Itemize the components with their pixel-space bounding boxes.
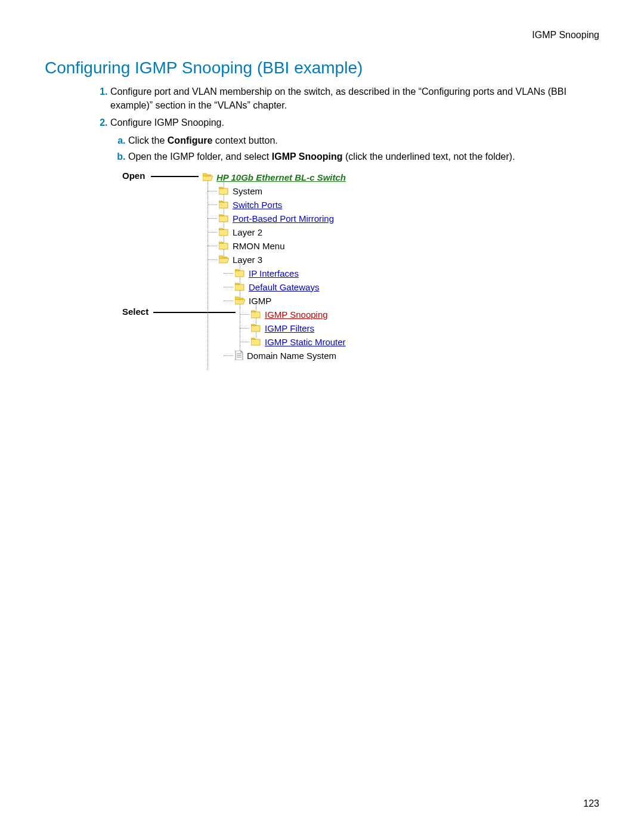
folder-icon [219, 200, 229, 209]
folder-icon [251, 337, 261, 346]
tree-diagram: Open Select HP 10Gb Ethernet BL-c Switch… [122, 171, 599, 385]
svg-rect-0 [219, 188, 228, 194]
folder-icon [219, 214, 229, 222]
svg-rect-1 [219, 202, 228, 208]
tree-igmp-snooping[interactable]: IGMP Snooping [265, 309, 328, 320]
svg-rect-7 [251, 312, 260, 318]
step-2b-bold: IGMP Snooping [272, 151, 343, 162]
folder-icon [235, 283, 245, 291]
tree-igmp-static-mrouter[interactable]: IGMP Static Mrouter [265, 337, 346, 347]
step-1: Configure port and VLAN membership on th… [110, 85, 599, 112]
substep-list: Click the Configure context button. Open… [110, 134, 599, 163]
document-icon [235, 351, 243, 360]
page-header: IGMP Snooping [45, 30, 599, 41]
step-2b: Open the IGMP folder, and select IGMP Sn… [128, 150, 599, 163]
step-list: Configure port and VLAN membership on th… [45, 85, 599, 163]
svg-rect-6 [235, 284, 244, 290]
step-2a: Click the Configure context button. [128, 134, 599, 147]
folder-icon [251, 324, 261, 332]
tree-dns: Domain Name System [247, 351, 336, 361]
folder-icon [251, 310, 261, 318]
step-2a-post: context button. [212, 135, 277, 145]
svg-rect-9 [251, 339, 260, 345]
svg-rect-3 [219, 230, 228, 236]
folder-icon [219, 241, 229, 250]
step-2a-pre: Click the [128, 135, 168, 145]
tree-layer3: Layer 3 [233, 255, 262, 265]
step-2-text: Configure IGMP Snooping. [110, 117, 224, 128]
step-2b-post: (click the underlined text, not the fold… [343, 151, 515, 162]
folder-icon [235, 269, 245, 277]
svg-rect-5 [235, 271, 244, 277]
tree-system: System [233, 186, 262, 196]
callout-open: Open [122, 171, 145, 181]
step-2a-bold: Configure [168, 135, 213, 145]
svg-rect-8 [251, 326, 260, 332]
tree-switch-ports[interactable]: Switch Ports [233, 200, 282, 210]
callout-select: Select [122, 306, 148, 317]
folder-icon [219, 187, 229, 195]
tree-default-gateways[interactable]: Default Gateways [249, 282, 319, 292]
tree-port-mirroring[interactable]: Port-Based Port Mirroring [233, 213, 334, 224]
tree-ip-interfaces[interactable]: IP Interfaces [249, 268, 299, 278]
tree-root[interactable]: HP 10Gb Ethernet BL-c Switch [216, 172, 346, 182]
step-2b-pre: Open the IGMP folder, and select [128, 151, 272, 162]
tree-rmon: RMON Menu [233, 241, 285, 251]
folder-icon [219, 228, 229, 236]
tree-igmp-filters[interactable]: IGMP Filters [265, 323, 314, 333]
page-number: 123 [583, 798, 599, 809]
step-2: Configure IGMP Snooping. Click the Confi… [110, 116, 599, 163]
tree-igmp: IGMP [249, 296, 271, 306]
folder-open-icon [219, 255, 229, 264]
section-title: Configuring IGMP Snooping (BBI example) [45, 58, 599, 78]
tree-layer2: Layer 2 [233, 227, 262, 237]
svg-rect-2 [219, 216, 228, 222]
callout-open-line [151, 176, 199, 177]
folder-open-icon [235, 296, 245, 305]
svg-rect-4 [219, 243, 228, 249]
folder-open-icon [203, 173, 213, 181]
